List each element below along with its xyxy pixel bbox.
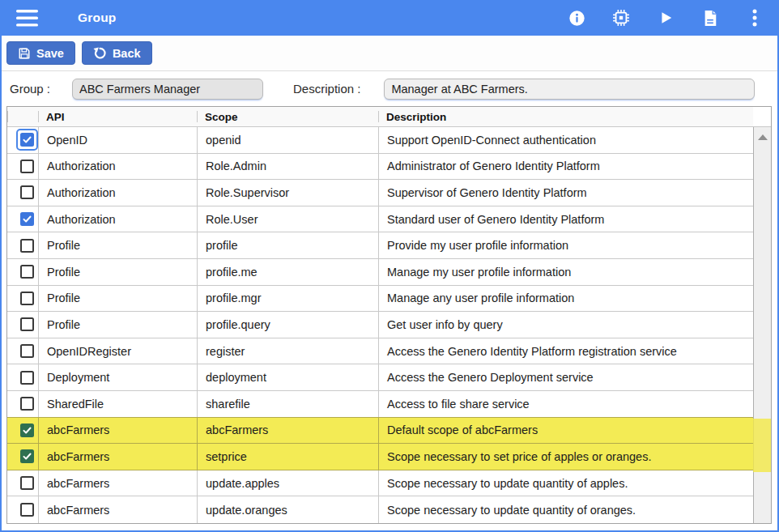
table-row[interactable]: SharedFilesharefileAccess to file share …	[7, 391, 771, 418]
table-body: OpenIDopenidSupport OpenID-Connect authe…	[7, 127, 771, 523]
row-checkbox[interactable]	[20, 212, 34, 226]
more-vertical-icon[interactable]	[745, 8, 764, 28]
row-checkbox[interactable]	[20, 239, 34, 253]
checkbox-cell	[7, 391, 38, 417]
chip-icon[interactable]	[611, 8, 631, 28]
checkbox-cell	[7, 470, 38, 496]
table-row[interactable]: Profileprofile.meManage my user profile …	[7, 259, 771, 286]
checkbox-cell	[7, 496, 38, 523]
scope-cell: update.oranges	[197, 496, 378, 523]
table-row[interactable]: abcFarmersupdate.applesScope necessary t…	[7, 470, 771, 497]
row-checkbox[interactable]	[20, 160, 34, 173]
row-checkbox[interactable]	[20, 371, 34, 385]
checkbox-cell	[7, 232, 38, 258]
description-input[interactable]	[384, 79, 755, 100]
table-row[interactable]: AuthorizationRole.AdminAdministrator of …	[7, 154, 771, 181]
back-undo-icon	[93, 46, 107, 60]
column-header-api[interactable]: API	[38, 107, 197, 126]
row-checkbox[interactable]	[20, 344, 34, 358]
table-row[interactable]: Profileprofile.queryGet user info by que…	[7, 312, 771, 338]
row-checkbox[interactable]	[20, 265, 34, 279]
api-cell: abcFarmers	[38, 470, 197, 496]
table-row[interactable]: abcFarmerssetpriceScope necessary to set…	[7, 444, 771, 470]
description-cell: Provide my user profile information	[378, 232, 753, 258]
save-button[interactable]: Save	[6, 41, 75, 65]
toolbar: Save Back	[2, 36, 777, 71]
row-checkbox[interactable]	[20, 423, 34, 437]
api-cell: Deployment	[38, 364, 197, 390]
api-cell: OpenIDRegister	[38, 338, 197, 364]
api-cell: abcFarmers	[38, 496, 197, 523]
save-button-label: Save	[36, 47, 64, 60]
back-button-label: Back	[113, 47, 141, 60]
row-checkbox[interactable]	[20, 292, 34, 305]
checkbox-cell	[7, 154, 38, 180]
api-cell: Authorization	[38, 180, 197, 206]
menu-icon[interactable]	[16, 9, 40, 27]
table-row[interactable]: abcFarmersabcFarmersDefault scope of abc…	[7, 418, 771, 445]
description-cell: Standard user of Genero Identity Platfor…	[378, 206, 753, 232]
group-label: Group :	[10, 82, 50, 96]
focus-ring	[16, 129, 38, 151]
column-header-description[interactable]: Description	[378, 107, 753, 126]
save-floppy-icon	[18, 47, 31, 60]
description-cell: Access the Genero Deployment service	[378, 364, 753, 390]
row-checkbox[interactable]	[20, 449, 34, 463]
api-cell: Authorization	[38, 206, 197, 232]
scope-cell: deployment	[197, 364, 378, 390]
description-cell: Scope necessary to update quantity of or…	[378, 496, 753, 523]
vertical-scrollbar[interactable]	[753, 127, 771, 523]
scope-cell: Role.User	[197, 206, 378, 232]
scope-cell: sharefile	[197, 391, 378, 417]
api-cell: Profile	[38, 259, 197, 285]
back-button[interactable]: Back	[82, 41, 152, 65]
description-cell: Get user info by query	[378, 312, 753, 338]
column-header-checkbox	[7, 107, 38, 126]
row-checkbox[interactable]	[20, 503, 34, 517]
row-checkbox[interactable]	[20, 397, 34, 411]
checkbox-cell	[7, 364, 38, 390]
scope-cell: profile	[197, 232, 378, 258]
table-header: API Scope Description	[7, 107, 771, 127]
checkbox-cell	[7, 259, 38, 285]
app-window: Group	[0, 0, 779, 532]
table-row[interactable]: AuthorizationRole.UserStandard user of G…	[7, 206, 771, 233]
scopes-table: API Scope Description OpenIDopenidSuppor…	[6, 106, 772, 524]
scope-cell: profile.mgr	[197, 286, 378, 312]
description-cell: Scope necessary to set price of apples o…	[378, 444, 753, 470]
table-row[interactable]: OpenIDopenidSupport OpenID-Connect authe…	[7, 127, 771, 154]
api-cell: OpenID	[38, 127, 197, 153]
table-row[interactable]: OpenIDRegisterregisterAccess the Genero …	[7, 338, 771, 365]
description-cell: Support OpenID-Connect authentication	[378, 127, 753, 153]
description-cell: Access to file share service	[378, 391, 753, 417]
info-icon[interactable]	[567, 8, 586, 28]
checkbox-cell	[7, 206, 38, 232]
checkbox-cell	[7, 418, 38, 444]
api-cell: SharedFile	[38, 391, 197, 417]
description-cell: Manage any user profile information	[378, 286, 753, 312]
row-checkbox[interactable]	[20, 133, 34, 147]
table-row[interactable]: abcFarmersupdate.orangesScope necessary …	[7, 496, 771, 523]
scope-cell: Role.Admin	[197, 154, 378, 180]
scroll-up-icon[interactable]	[758, 134, 768, 140]
column-header-scope[interactable]: Scope	[197, 107, 378, 126]
document-icon[interactable]	[700, 8, 720, 28]
group-form: Group : Description :	[2, 71, 777, 106]
row-checkbox[interactable]	[20, 185, 34, 199]
api-cell: abcFarmers	[38, 418, 197, 444]
table-row[interactable]: Profileprofile.mgrManage any user profil…	[7, 286, 771, 313]
top-bar: Group	[2, 0, 777, 36]
table-row[interactable]: ProfileprofileProvide my user profile in…	[7, 232, 771, 259]
table-row[interactable]: AuthorizationRole.SupervisorSupervisor o…	[7, 180, 771, 206]
scope-cell: update.apples	[197, 470, 378, 496]
run-icon[interactable]	[656, 8, 675, 28]
row-checkbox[interactable]	[20, 476, 34, 490]
description-cell: Supervisor of Genero Identity Platform	[378, 180, 753, 206]
row-checkbox[interactable]	[20, 317, 34, 331]
description-cell: Default scope of abcFarmers	[378, 418, 753, 444]
description-cell: Scope necessary to update quantity of ap…	[378, 470, 753, 496]
api-cell: Profile	[38, 312, 197, 338]
table-row[interactable]: DeploymentdeploymentAccess the Genero De…	[7, 364, 771, 391]
group-input[interactable]	[72, 79, 263, 100]
scope-cell: openid	[197, 127, 378, 153]
